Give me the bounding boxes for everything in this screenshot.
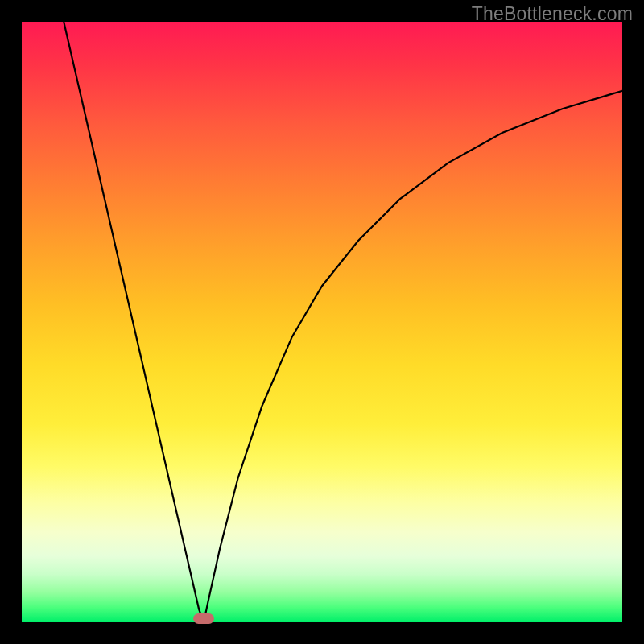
watermark-text: TheBottleneck.com — [472, 3, 633, 25]
curve-path — [64, 22, 622, 622]
minimum-marker — [193, 613, 214, 624]
plot-area — [22, 22, 622, 622]
bottleneck-curve — [22, 22, 622, 622]
